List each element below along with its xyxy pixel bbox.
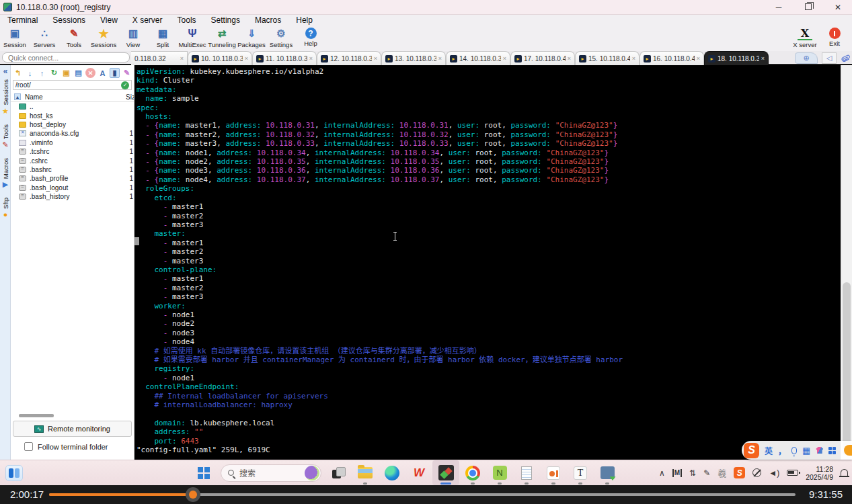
- file-row[interactable]: .bashrc1: [11, 165, 134, 174]
- edge-button[interactable]: [379, 460, 405, 485]
- file-row[interactable]: .tcshrc1: [11, 147, 134, 156]
- tab-close-icon[interactable]: ×: [309, 55, 313, 62]
- terminal-tab[interactable]: ▸10. 10.118.0.3×: [188, 51, 252, 65]
- media-app-button[interactable]: [540, 460, 567, 485]
- toolbar-tools-button[interactable]: ✎Tools: [59, 26, 89, 48]
- m-badge-icon[interactable]: M: [672, 469, 682, 477]
- widgets-button[interactable]: [5, 465, 23, 481]
- follow-terminal-folder-checkbox[interactable]: [24, 442, 33, 451]
- toolbar-x-server-button[interactable]: XX server: [790, 26, 820, 48]
- sftp-path-input[interactable]: [15, 81, 121, 89]
- taskbar-search-box[interactable]: 搜索: [221, 464, 321, 482]
- file-row[interactable]: ..: [11, 102, 134, 111]
- file-row[interactable]: .bash_logout1: [11, 183, 134, 192]
- toolbar-help-button[interactable]: ?Help: [296, 26, 325, 48]
- toolbox-icon[interactable]: [828, 447, 836, 454]
- start-button[interactable]: [190, 460, 217, 485]
- delete-icon[interactable]: ✕: [85, 68, 95, 78]
- seek-thumb[interactable]: [186, 487, 200, 502]
- sidebar-collapse-button[interactable]: «: [0, 67, 11, 76]
- tab-close-icon[interactable]: ×: [568, 55, 571, 62]
- terminal-scrollbar-thumb[interactable]: [843, 282, 851, 456]
- panel-toggle-icon[interactable]: ▮: [110, 68, 120, 78]
- terminal-tab[interactable]: ▸15. 10.118.0.4×: [575, 51, 640, 65]
- toolbar-session-button[interactable]: ▣Session: [0, 26, 30, 48]
- menu-item-tools[interactable]: Tools: [171, 15, 203, 25]
- tab-close-icon[interactable]: ×: [697, 55, 700, 62]
- file-row[interactable]: anaconda-ks.cfg1: [11, 129, 134, 138]
- terminal-tab[interactable]: 0.118.0.32×: [131, 51, 188, 65]
- file-row[interactable]: .bash_profile1: [11, 174, 134, 183]
- notification-bell-icon[interactable]: [841, 470, 848, 476]
- file-row[interactable]: host_ks: [11, 111, 134, 120]
- menu-item-help[interactable]: Help: [289, 15, 319, 25]
- toolbar-split-button[interactable]: ▦Split: [148, 26, 178, 48]
- toolbar-multiexec-button[interactable]: ΨMultiExec: [178, 26, 207, 48]
- minimize-button[interactable]: ─: [773, 3, 785, 12]
- task-view-button[interactable]: [325, 460, 352, 485]
- file-row[interactable]: .bash_history1: [11, 192, 134, 201]
- close-button[interactable]: ✕: [832, 3, 844, 12]
- restore-button[interactable]: [805, 3, 812, 10]
- toolbar-sessions-button[interactable]: ★Sessions: [89, 26, 118, 48]
- path-ok-icon[interactable]: ✓: [121, 81, 129, 89]
- seal-icon[interactable]: 羲: [718, 466, 726, 479]
- new-tab-button[interactable]: ⊕: [795, 52, 818, 64]
- rename-icon[interactable]: A: [98, 68, 108, 78]
- skin-icon[interactable]: [816, 447, 823, 454]
- toolbar-view-button[interactable]: ▥View: [118, 26, 148, 48]
- menu-item-macros[interactable]: Macros: [248, 15, 288, 25]
- quick-connect-input[interactable]: [2, 52, 130, 62]
- sidebar-tab-sftp[interactable]: Sftp●: [0, 198, 11, 218]
- menu-item-view[interactable]: View: [93, 15, 124, 25]
- wps-button[interactable]: W: [405, 460, 432, 485]
- notepad-button[interactable]: [513, 460, 540, 485]
- column-size[interactable]: Siz: [126, 93, 134, 101]
- sidebar-tab-tools[interactable]: Tools✎: [0, 124, 11, 149]
- menu-item-terminal[interactable]: Terminal: [1, 15, 44, 25]
- typora-button[interactable]: T: [567, 460, 594, 485]
- download-icon[interactable]: ↓: [25, 68, 35, 78]
- terminal-tab[interactable]: ▸17. 10.118.0.4×: [510, 51, 575, 65]
- sidebar-tab-sessions[interactable]: Sessions★: [0, 79, 11, 115]
- ime-mode-toggle[interactable]: 英: [765, 445, 773, 456]
- file-row[interactable]: .cshrc1: [11, 156, 134, 165]
- terminal-tab[interactable]: ▸12. 10.118.0.3×: [317, 51, 381, 65]
- parent-dir-icon[interactable]: ↰: [13, 68, 23, 78]
- tab-close-icon[interactable]: ×: [245, 55, 248, 62]
- terminal-tab[interactable]: ▸13. 10.118.0.3×: [381, 51, 446, 65]
- toolbar-servers-button[interactable]: ∴Servers: [30, 26, 59, 48]
- file-explorer-button[interactable]: [352, 460, 379, 485]
- tab-close-icon[interactable]: ×: [761, 55, 765, 62]
- mobaxterm-button[interactable]: [432, 460, 459, 485]
- toolbar-settings-button[interactable]: ⚙Settings: [266, 26, 296, 48]
- tab-close-icon[interactable]: ×: [632, 55, 635, 62]
- prev-tab-button[interactable]: ◁: [822, 52, 837, 64]
- toolbar-tunneling-button[interactable]: ⇄Tunneling: [207, 26, 237, 48]
- new-file-icon[interactable]: ▤: [73, 68, 83, 78]
- toolbar-exit-button[interactable]: Exit: [820, 26, 849, 48]
- remote-monitoring-button[interactable]: ∿ Remote monitoring: [13, 421, 132, 437]
- refresh-icon[interactable]: ↻: [49, 68, 59, 78]
- file-list-header[interactable]: ▲ Name Siz: [11, 92, 134, 102]
- tab-close-icon[interactable]: ×: [438, 55, 442, 62]
- toolbar-packages-button[interactable]: ⇓Packages: [237, 26, 266, 48]
- sort-icon[interactable]: ▲: [14, 93, 21, 100]
- terminal-output[interactable]: apiVersion: kubekey.kubesphere.io/v1alph…: [134, 65, 841, 460]
- keyboard-icon[interactable]: ▦: [802, 446, 810, 456]
- upload-icon[interactable]: ↑: [37, 68, 47, 78]
- seek-bar[interactable]: [49, 493, 796, 496]
- secure-app-button[interactable]: [594, 460, 621, 485]
- tab-close-icon[interactable]: ×: [374, 55, 377, 62]
- terminal-scrollbar[interactable]: [841, 65, 852, 460]
- edit-icon[interactable]: ✎: [122, 68, 132, 78]
- sogou-tray-icon[interactable]: S: [734, 467, 745, 478]
- menu-item-sessions[interactable]: Sessions: [46, 15, 92, 25]
- terminal-tab[interactable]: ▸16. 10.118.0.4×: [640, 51, 704, 65]
- network-status-icon[interactable]: [752, 468, 761, 477]
- menu-item-settings[interactable]: Settings: [204, 15, 247, 25]
- terminal-tab[interactable]: ▸18. 10.118.0.3×: [704, 51, 769, 65]
- battery-charging-icon[interactable]: [787, 470, 798, 476]
- taskbar-clock[interactable]: 11:28 2025/4/9: [806, 465, 833, 481]
- tab-close-icon[interactable]: ×: [180, 55, 184, 62]
